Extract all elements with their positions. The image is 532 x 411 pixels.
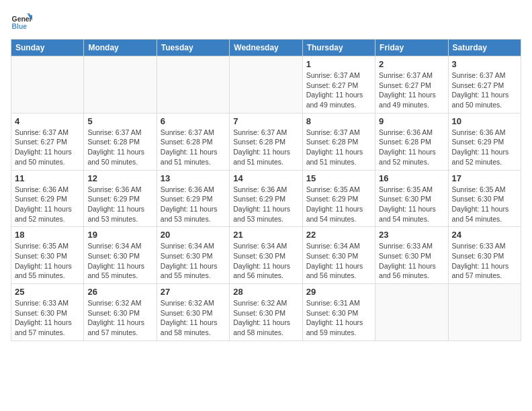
calendar-cell: 4Sunrise: 6:37 AMSunset: 6:27 PMDaylight…	[11, 113, 84, 170]
calendar-cell: 6Sunrise: 6:37 AMSunset: 6:28 PMDaylight…	[157, 113, 229, 170]
day-info: Sunrise: 6:37 AMSunset: 6:28 PMDaylight:…	[233, 128, 298, 167]
day-number: 13	[161, 173, 226, 183]
header-wednesday: Wednesday	[230, 40, 302, 56]
calendar-cell: 9Sunrise: 6:36 AMSunset: 6:28 PMDaylight…	[375, 113, 448, 170]
day-number: 29	[306, 287, 371, 297]
day-number: 7	[233, 116, 298, 126]
day-info: Sunrise: 6:32 AMSunset: 6:30 PMDaylight:…	[87, 298, 152, 338]
calendar-cell: 1Sunrise: 6:37 AMSunset: 6:27 PMDaylight…	[302, 56, 375, 113]
day-info: Sunrise: 6:36 AMSunset: 6:29 PMDaylight:…	[233, 185, 298, 224]
day-number: 17	[452, 173, 517, 183]
day-info: Sunrise: 6:36 AMSunset: 6:29 PMDaylight:…	[452, 128, 517, 167]
header-sunday: Sunday	[11, 40, 84, 56]
calendar-cell: 3Sunrise: 6:37 AMSunset: 6:27 PMDaylight…	[448, 56, 521, 113]
calendar-cell	[157, 56, 229, 113]
calendar-cell: 29Sunrise: 6:31 AMSunset: 6:30 PMDayligh…	[302, 284, 375, 341]
day-info: Sunrise: 6:36 AMSunset: 6:29 PMDaylight:…	[161, 185, 226, 224]
week-row-2: 4Sunrise: 6:37 AMSunset: 6:27 PMDaylight…	[11, 113, 521, 170]
calendar-cell: 27Sunrise: 6:32 AMSunset: 6:30 PMDayligh…	[157, 284, 229, 341]
calendar-cell: 8Sunrise: 6:37 AMSunset: 6:28 PMDaylight…	[302, 113, 375, 170]
calendar-cell	[375, 284, 448, 341]
calendar-cell	[11, 56, 84, 113]
calendar-cell: 15Sunrise: 6:35 AMSunset: 6:29 PMDayligh…	[302, 170, 375, 227]
day-info: Sunrise: 6:36 AMSunset: 6:29 PMDaylight:…	[87, 185, 152, 224]
header-monday: Monday	[84, 40, 157, 56]
day-number: 1	[306, 59, 371, 69]
calendar-cell	[230, 56, 302, 113]
week-row-5: 25Sunrise: 6:33 AMSunset: 6:30 PMDayligh…	[11, 284, 521, 341]
day-number: 16	[379, 173, 444, 183]
page-header: General Blue	[11, 11, 521, 32]
calendar-cell: 10Sunrise: 6:36 AMSunset: 6:29 PMDayligh…	[448, 113, 521, 170]
day-number: 9	[379, 116, 444, 126]
day-number: 20	[161, 230, 226, 240]
day-info: Sunrise: 6:35 AMSunset: 6:30 PMDaylight:…	[379, 185, 444, 224]
calendar-header-row: SundayMondayTuesdayWednesdayThursdayFrid…	[11, 40, 521, 56]
day-info: Sunrise: 6:33 AMSunset: 6:30 PMDaylight:…	[379, 241, 444, 281]
day-number: 23	[379, 230, 444, 240]
calendar-table: SundayMondayTuesdayWednesdayThursdayFrid…	[11, 39, 521, 341]
day-info: Sunrise: 6:33 AMSunset: 6:30 PMDaylight:…	[452, 241, 517, 281]
day-info: Sunrise: 6:37 AMSunset: 6:28 PMDaylight:…	[87, 128, 152, 167]
calendar-cell: 28Sunrise: 6:32 AMSunset: 6:30 PMDayligh…	[230, 284, 302, 341]
day-info: Sunrise: 6:32 AMSunset: 6:30 PMDaylight:…	[233, 298, 298, 338]
calendar-cell: 7Sunrise: 6:37 AMSunset: 6:28 PMDaylight…	[230, 113, 302, 170]
day-number: 15	[306, 173, 371, 183]
day-number: 2	[379, 59, 444, 69]
day-number: 6	[161, 116, 226, 126]
calendar-cell: 21Sunrise: 6:34 AMSunset: 6:30 PMDayligh…	[230, 227, 302, 284]
day-number: 21	[233, 230, 298, 240]
calendar-cell	[84, 56, 157, 113]
day-number: 22	[306, 230, 371, 240]
header-saturday: Saturday	[448, 40, 521, 56]
day-number: 18	[15, 230, 80, 240]
day-info: Sunrise: 6:32 AMSunset: 6:30 PMDaylight:…	[161, 298, 226, 338]
day-info: Sunrise: 6:37 AMSunset: 6:28 PMDaylight:…	[161, 128, 226, 167]
calendar-cell: 20Sunrise: 6:34 AMSunset: 6:30 PMDayligh…	[157, 227, 229, 284]
day-number: 8	[306, 116, 371, 126]
week-row-4: 18Sunrise: 6:35 AMSunset: 6:30 PMDayligh…	[11, 227, 521, 284]
day-number: 10	[452, 116, 517, 126]
day-number: 5	[87, 116, 152, 126]
calendar-cell: 16Sunrise: 6:35 AMSunset: 6:30 PMDayligh…	[375, 170, 448, 227]
day-info: Sunrise: 6:35 AMSunset: 6:29 PMDaylight:…	[306, 185, 371, 224]
day-number: 28	[233, 287, 298, 297]
week-row-3: 11Sunrise: 6:36 AMSunset: 6:29 PMDayligh…	[11, 170, 521, 227]
day-number: 27	[161, 287, 226, 297]
calendar-cell: 2Sunrise: 6:37 AMSunset: 6:27 PMDaylight…	[375, 56, 448, 113]
calendar-cell: 22Sunrise: 6:34 AMSunset: 6:30 PMDayligh…	[302, 227, 375, 284]
day-info: Sunrise: 6:34 AMSunset: 6:30 PMDaylight:…	[87, 241, 152, 281]
day-number: 14	[233, 173, 298, 183]
day-number: 26	[87, 287, 152, 297]
calendar-cell: 25Sunrise: 6:33 AMSunset: 6:30 PMDayligh…	[11, 284, 84, 341]
header-thursday: Thursday	[302, 40, 375, 56]
calendar-cell: 18Sunrise: 6:35 AMSunset: 6:30 PMDayligh…	[11, 227, 84, 284]
day-number: 12	[87, 173, 152, 183]
day-info: Sunrise: 6:35 AMSunset: 6:30 PMDaylight:…	[15, 241, 80, 281]
day-info: Sunrise: 6:34 AMSunset: 6:30 PMDaylight:…	[161, 241, 226, 281]
day-number: 11	[15, 173, 80, 183]
calendar-cell: 17Sunrise: 6:35 AMSunset: 6:30 PMDayligh…	[448, 170, 521, 227]
day-info: Sunrise: 6:36 AMSunset: 6:29 PMDaylight:…	[15, 185, 80, 224]
day-info: Sunrise: 6:36 AMSunset: 6:28 PMDaylight:…	[379, 128, 444, 167]
day-number: 4	[15, 116, 80, 126]
day-info: Sunrise: 6:37 AMSunset: 6:28 PMDaylight:…	[306, 128, 371, 167]
day-number: 24	[452, 230, 517, 240]
calendar-cell: 11Sunrise: 6:36 AMSunset: 6:29 PMDayligh…	[11, 170, 84, 227]
calendar-cell: 13Sunrise: 6:36 AMSunset: 6:29 PMDayligh…	[157, 170, 229, 227]
calendar-cell: 12Sunrise: 6:36 AMSunset: 6:29 PMDayligh…	[84, 170, 157, 227]
day-number: 3	[452, 59, 517, 69]
calendar-cell	[448, 284, 521, 341]
calendar-cell: 24Sunrise: 6:33 AMSunset: 6:30 PMDayligh…	[448, 227, 521, 284]
day-info: Sunrise: 6:37 AMSunset: 6:27 PMDaylight:…	[452, 71, 517, 110]
week-row-1: 1Sunrise: 6:37 AMSunset: 6:27 PMDaylight…	[11, 56, 521, 113]
day-number: 19	[87, 230, 152, 240]
svg-text:Blue: Blue	[12, 23, 28, 30]
day-info: Sunrise: 6:31 AMSunset: 6:30 PMDaylight:…	[306, 298, 371, 338]
day-number: 25	[15, 287, 80, 297]
day-info: Sunrise: 6:37 AMSunset: 6:27 PMDaylight:…	[306, 71, 371, 110]
calendar-cell: 26Sunrise: 6:32 AMSunset: 6:30 PMDayligh…	[84, 284, 157, 341]
logo-icon: General Blue	[11, 11, 32, 32]
calendar-cell: 14Sunrise: 6:36 AMSunset: 6:29 PMDayligh…	[230, 170, 302, 227]
day-info: Sunrise: 6:34 AMSunset: 6:30 PMDaylight:…	[306, 241, 371, 281]
